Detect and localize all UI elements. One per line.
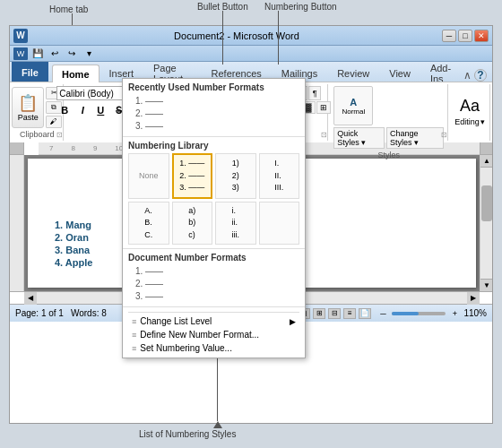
bold-button[interactable]: B <box>56 103 73 117</box>
tab-view[interactable]: View <box>379 64 420 82</box>
paste-button[interactable]: 📋 Paste <box>12 87 44 128</box>
maximize-button[interactable]: □ <box>458 30 472 42</box>
borders-button[interactable]: ⊞ <box>316 101 331 114</box>
library-item-numeric-dot[interactable]: 1. ——2. ——3. —— <box>172 153 213 199</box>
tab-review[interactable]: Review <box>327 64 379 82</box>
styles-content: A Normal Quick Styles ▾ Change Styles ▾ <box>333 86 444 149</box>
editing-dropdown-arrow: ▾ <box>480 117 485 126</box>
numbering-library-section: Numbering Library None 1. ——2. ——3. —— 1… <box>123 137 305 249</box>
alpha-lower-list: a)b)c) <box>188 205 195 242</box>
numeric-paren-list: 1)2)3) <box>232 158 239 194</box>
scroll-thumb[interactable] <box>481 185 492 221</box>
recent-formats-title: Recently Used Number Formats <box>128 82 299 92</box>
draft-view[interactable]: 📄 <box>359 308 371 319</box>
view-buttons: ▤ ⊞ ⊟ ≡ 📄 <box>298 308 371 319</box>
web-layout-view[interactable]: ⊟ <box>328 308 341 319</box>
undo-qat-button[interactable]: ↩ <box>48 47 62 60</box>
set-numbering-icon: ≡ <box>132 344 136 353</box>
save-qat-button[interactable]: 💾 <box>30 47 45 60</box>
library-item-roman-lower[interactable]: i.ii.iii. <box>215 202 256 246</box>
roman-upper-list: I.II.III. <box>274 158 283 194</box>
scroll-right-button[interactable]: ▶ <box>467 292 480 305</box>
library-item-alpha-upper[interactable]: A.B.C. <box>128 202 169 246</box>
app-window: W Document2 - Microsoft Word ─ □ ✕ W 💾 ↩… <box>9 25 493 424</box>
clipboard-label: Clipboard <box>20 128 55 139</box>
styles-label: Styles <box>377 149 400 159</box>
zoom-slider[interactable] <box>392 312 446 315</box>
editing-dropdown[interactable]: Editing ▾ <box>454 117 485 126</box>
editing-group: Aa Editing ▾ <box>450 84 490 141</box>
doc-format-2: 2. —— <box>135 278 299 290</box>
change-styles-dropdown-button[interactable]: Change Styles ▾ <box>386 127 444 149</box>
scroll-up-button[interactable]: ▲ <box>480 155 492 168</box>
numbering-styles-line <box>217 349 218 421</box>
quick-access-toolbar: W 💾 ↩ ↪ ▾ <box>10 46 492 62</box>
library-item-roman-upper[interactable]: I.II.III. <box>259 153 300 199</box>
vertical-scrollbar[interactable]: ▲ ▼ <box>480 155 492 291</box>
change-list-level-icon: ≡ <box>132 317 136 326</box>
bullet-line <box>222 11 223 65</box>
underline-button[interactable]: U <box>92 103 108 117</box>
tab-home[interactable]: Home <box>52 65 100 82</box>
styles-dialog-launcher[interactable]: ⊡ <box>441 131 447 139</box>
ruler-mark-2: 8 <box>71 144 74 152</box>
ruler-corner <box>10 142 24 155</box>
numeric-dot-list: 1. ——2. ——3. —— <box>179 158 204 194</box>
tab-addins[interactable]: Add-Ins <box>420 64 463 82</box>
paragraph-dialog-launcher[interactable]: ⊡ <box>321 131 327 139</box>
styles-btn-row: Quick Styles ▾ Change Styles ▾ <box>333 127 444 149</box>
library-grid: None 1. ——2. ——3. —— 1)2)3) I.II.III. <box>128 153 299 245</box>
hscroll-corner-left <box>10 292 24 304</box>
library-item-none[interactable]: None <box>128 153 169 199</box>
recent-format-3: 3. —— <box>135 120 299 133</box>
scroll-down-button[interactable]: ▼ <box>480 279 492 291</box>
zoom-fill <box>392 312 419 315</box>
set-numbering-value-item[interactable]: ≡ Set Numbering Value... <box>128 341 299 355</box>
outline-view[interactable]: ≡ <box>343 308 356 319</box>
show-formatting-button[interactable]: ¶ <box>308 86 321 100</box>
list-item-3-text: Bana <box>65 245 90 255</box>
change-list-level-item[interactable]: ≡ Change List Level ▶ <box>128 314 299 328</box>
roman-lower-list: i.ii.iii. <box>232 205 240 242</box>
define-new-format-item[interactable]: ≡ Define New Number Format... <box>128 328 299 341</box>
scroll-left-button[interactable]: ◀ <box>24 292 37 305</box>
numbering-library-title: Numbering Library <box>128 141 299 151</box>
help-button[interactable]: ? <box>474 69 487 82</box>
list-numbering-styles-label: List of Numbering Styles <box>139 429 236 439</box>
quick-styles-button[interactable]: A Normal <box>333 86 373 125</box>
recent-format-2: 2. —— <box>135 108 299 120</box>
list-item-1-text: Mang <box>65 220 91 230</box>
library-item-alpha-lower[interactable]: a)b)c) <box>172 202 213 246</box>
full-screen-view[interactable]: ⊞ <box>313 308 325 319</box>
paste-label: Paste <box>18 113 39 122</box>
footer-divider-1 <box>128 312 299 313</box>
clipboard-dialog-launcher[interactable]: ⊡ <box>56 131 63 139</box>
word-icon: W <box>13 29 28 43</box>
ribbon-collapse-button[interactable]: ∧ <box>463 69 472 82</box>
numbering-styles-arrow <box>213 421 222 428</box>
ruler-mark-1: 7 <box>49 144 53 152</box>
library-item-numeric-paren[interactable]: 1)2)3) <box>215 153 256 199</box>
close-button[interactable]: ✕ <box>474 30 489 42</box>
word-icon-qat[interactable]: W <box>13 47 28 60</box>
tab-file[interactable]: File <box>12 62 48 82</box>
customize-qat-button[interactable]: ▾ <box>82 47 96 60</box>
redo-qat-button[interactable]: ↪ <box>65 47 79 60</box>
zoom-out-button[interactable]: ─ <box>376 308 389 319</box>
define-new-format-icon: ≡ <box>132 331 136 340</box>
hscroll-corner-right <box>480 292 492 304</box>
minimize-button[interactable]: ─ <box>442 30 456 42</box>
library-item-empty[interactable] <box>259 202 300 246</box>
window-controls: ─ □ ✕ <box>442 30 489 42</box>
list-item-4-text: Apple <box>65 257 93 268</box>
zoom-in-button[interactable]: + <box>448 308 461 319</box>
define-new-format-label: Define New Number Format... <box>140 330 259 340</box>
quick-styles-dropdown-button[interactable]: Quick Styles ▾ <box>333 127 385 149</box>
editing-icon[interactable]: Aa <box>460 97 480 116</box>
styles-boxes: A Normal Quick Styles ▾ Change Styles ▾ <box>333 86 444 149</box>
italic-button[interactable]: I <box>74 103 91 117</box>
none-label: None <box>139 171 159 180</box>
status-right: ▤ ⊞ ⊟ ≡ 📄 ─ + 110% <box>298 308 487 319</box>
numbering-line <box>278 11 279 65</box>
ruler-mark-3: 9 <box>93 144 97 152</box>
